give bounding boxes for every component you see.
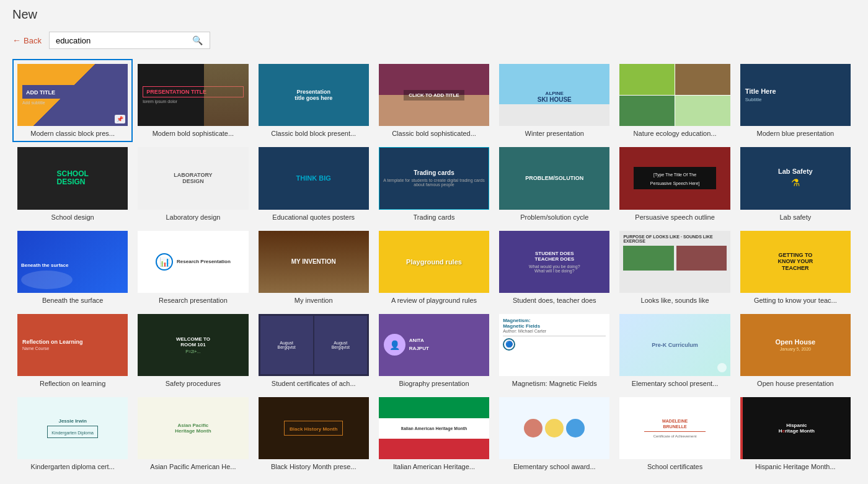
search-box: 🔍 (49, 32, 210, 49)
template-thumbnail: Asian PacificHeritage Month (138, 397, 248, 459)
template-label: School certificates (647, 463, 702, 470)
top-bar: ← Back 🔍 (0, 32, 868, 49)
template-label: Nature ecology education... (634, 130, 717, 137)
page-header: New (0, 0, 868, 32)
template-thumbnail: Presentationtitle goes here (259, 64, 369, 126)
template-label: Classic bold block present... (271, 130, 356, 137)
template-item[interactable]: GETTING TOKNOW YOURTEACHER Getting to kn… (735, 226, 856, 309)
template-item[interactable]: Italian American Heritage Month Italian … (374, 392, 494, 475)
template-thumbnail: HispanicHeritage Month (740, 397, 851, 459)
template-thumbnail (499, 397, 609, 459)
template-item[interactable]: Jessie IrwinKindergarten Diploma Kinderg… (12, 392, 133, 475)
template-item[interactable]: Magnetism:Magnetic FieldsAuthor: Michael… (494, 309, 614, 392)
template-label: Elementary school award... (513, 463, 596, 470)
template-thumbnail: PURPOSE OF LOOKS LIKE · SOUNDS LIKE EXER… (619, 231, 730, 293)
template-item[interactable]: Beneath the surface Beneath the surface (12, 226, 133, 309)
template-item[interactable]: HispanicHeritage Month Hispanic Heritage… (735, 392, 856, 475)
template-thumbnail: Playground rules (379, 231, 489, 293)
template-label: Looks like, sounds like (641, 297, 709, 304)
template-item[interactable]: SCHOOLDESIGN School design (12, 142, 133, 225)
template-item[interactable]: STUDENT DOESTEACHER DOESWhat would you b… (494, 226, 614, 309)
template-label: Beneath the surface (42, 297, 103, 304)
template-item[interactable]: Elementary school award... (494, 392, 614, 475)
template-thumbnail: LABORATORYDESIGN (138, 147, 248, 209)
template-label: A review of playground rules (391, 297, 477, 304)
template-thumbnail: Italian American Heritage Month (379, 397, 489, 459)
template-item[interactable]: ADD TITLEAdd subtitle 📌 Modern classic b… (12, 59, 133, 142)
template-label: My invention (294, 297, 333, 304)
template-label: Lab safety (779, 213, 811, 221)
template-item[interactable]: Trading cardsA template for students to … (374, 142, 494, 225)
template-item[interactable]: Pre-K Curriculum Elementary school prese… (614, 309, 735, 392)
back-label: Back (24, 36, 42, 45)
template-item[interactable]: CLICK TO ADD TITLE Classic bold sophisti… (374, 59, 494, 142)
template-item[interactable]: 📊Research Presentation Research presenta… (133, 226, 253, 309)
template-label: Persuasive speech outline (635, 213, 714, 221)
template-item[interactable]: PURPOSE OF LOOKS LIKE · SOUNDS LIKE EXER… (614, 226, 735, 309)
template-item[interactable]: PRESENTATION TITLElorem ipsum dolor Mode… (133, 59, 253, 142)
template-item[interactable]: Playground rules A review of playground … (374, 226, 494, 309)
search-input[interactable] (56, 36, 192, 45)
template-item[interactable]: Nature ecology education... (614, 59, 735, 142)
template-label: Biography presentation (399, 380, 469, 387)
pin-icon: 📌 (115, 115, 125, 123)
template-thumbnail: Trading cardsA template for students to … (379, 147, 489, 209)
template-thumbnail: PRESENTATION TITLElorem ipsum dolor (138, 64, 248, 126)
template-item[interactable]: MY INVENTION My invention (254, 226, 374, 309)
template-thumbnail: Beneath the surface (17, 231, 128, 293)
template-thumbnail: SCHOOLDESIGN (17, 147, 128, 209)
template-label: Classic bold sophisticated... (392, 130, 476, 137)
template-label: Modern bold sophisticate... (153, 130, 234, 137)
template-thumbnail: STUDENT DOESTEACHER DOESWhat would you b… (499, 231, 609, 293)
template-thumbnail: [Type The Title Of ThePersuasive Speech … (619, 147, 730, 209)
template-item[interactable]: [Type The Title Of ThePersuasive Speech … (614, 142, 735, 225)
template-thumbnail: WELCOME TOROOM 101P=2l+... (138, 314, 248, 376)
template-thumbnail: PROBLEM/SOLUTION (499, 147, 609, 209)
template-label: Hispanic Heritage Month... (755, 463, 836, 470)
template-label: Educational quotes posters (272, 213, 355, 221)
template-thumbnail: AugustBergqvistAugustBergqvist (259, 314, 369, 376)
template-label: Research presentation (159, 297, 228, 304)
page-title: New (12, 7, 856, 22)
template-item[interactable]: MADELEINEBRUNELLECertificate of Achievem… (614, 392, 735, 475)
template-label: Magnetism: Magnetic Fields (512, 380, 597, 387)
template-item[interactable]: PROBLEM/SOLUTION Problem/solution cycle (494, 142, 614, 225)
template-thumbnail: ALPINESKI HOUSE (499, 64, 609, 126)
template-item[interactable]: Black History Month Black History Month … (254, 392, 374, 475)
template-label: Kindergarten diploma cert... (31, 463, 115, 470)
templates-grid: ADD TITLEAdd subtitle 📌 Modern classic b… (0, 59, 868, 475)
template-thumbnail: MADELEINEBRUNELLECertificate of Achievem… (619, 397, 730, 459)
template-thumbnail: Magnetism:Magnetic FieldsAuthor: Michael… (499, 314, 609, 376)
template-label: Laboratory design (166, 213, 220, 221)
back-button[interactable]: ← Back (12, 35, 42, 45)
template-item[interactable]: Reflection on LearningName Course Reflec… (12, 309, 133, 392)
template-item[interactable]: Asian PacificHeritage Month Asian Pacifi… (133, 392, 253, 475)
template-label: Trading cards (414, 213, 455, 221)
template-thumbnail: CLICK TO ADD TITLE (379, 64, 489, 126)
template-thumbnail: Jessie IrwinKindergarten Diploma (17, 397, 128, 459)
template-label: Safety procedures (166, 380, 221, 387)
template-label: Student certificates of ach... (272, 380, 356, 387)
template-thumbnail: 👤ANITARAJPUT (379, 314, 489, 376)
template-item[interactable]: WELCOME TOROOM 101P=2l+... Safety proced… (133, 309, 253, 392)
template-thumbnail (619, 64, 730, 126)
template-item[interactable]: Title HereSubtitle Modern blue presentat… (735, 59, 856, 142)
template-label: Open house presentation (757, 380, 834, 387)
back-arrow-icon: ← (12, 35, 21, 45)
template-item[interactable]: THINK BIG Educational quotes posters (254, 142, 374, 225)
template-thumbnail: 📊Research Presentation (138, 231, 248, 293)
template-label: Reflection on learning (40, 380, 105, 387)
template-item[interactable]: Open HouseJanuary 5, 2020 Open house pre… (735, 309, 856, 392)
template-thumbnail: ADD TITLEAdd subtitle 📌 (17, 64, 128, 126)
template-item[interactable]: 👤ANITARAJPUT Biography presentation (374, 309, 494, 392)
template-thumbnail: Open HouseJanuary 5, 2020 (740, 314, 851, 376)
template-item[interactable]: ALPINESKI HOUSE Winter presentation (494, 59, 614, 142)
template-thumbnail: Pre-K Curriculum (619, 314, 730, 376)
template-item[interactable]: LABORATORYDESIGN Laboratory design (133, 142, 253, 225)
template-thumbnail: Black History Month (259, 397, 369, 459)
template-label: Modern blue presentation (756, 130, 834, 137)
template-item[interactable]: Presentationtitle goes here Classic bold… (254, 59, 374, 142)
template-item[interactable]: AugustBergqvistAugustBergqvist Student c… (254, 309, 374, 392)
template-thumbnail: Title HereSubtitle (740, 64, 851, 126)
template-item[interactable]: Lab Safety⚗ Lab safety (735, 142, 856, 225)
